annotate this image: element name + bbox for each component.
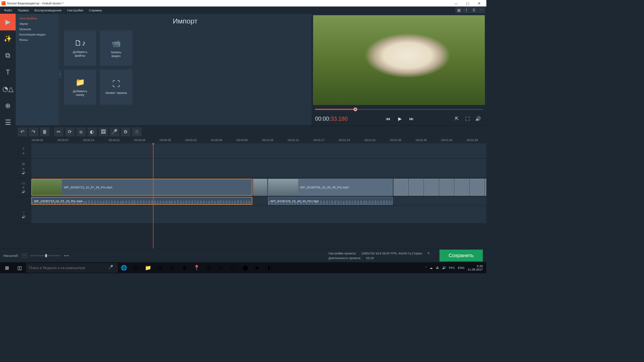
- taskbar-app-steam[interactable]: ◉: [179, 263, 191, 273]
- audio-clip-1[interactable]: WP_20150713_10_57_29_Pro.mp4: [32, 197, 253, 205]
- taskbar-app-chrome[interactable]: 🌐: [118, 263, 130, 273]
- snapshot-button[interactable]: 🖼: [99, 127, 108, 136]
- taskbar-app-snip[interactable]: ✂: [215, 263, 227, 273]
- taskbar-app-movavi[interactable]: ▶: [252, 263, 264, 273]
- cut-button[interactable]: ✂: [54, 127, 64, 136]
- share-vk-icon[interactable]: B: [471, 7, 477, 13]
- clip-thumbnail-small[interactable]: [409, 179, 424, 196]
- maximize-button[interactable]: ▢: [462, 1, 473, 6]
- play-button[interactable]: ▶: [395, 115, 405, 123]
- tool-import[interactable]: ▶: [0, 14, 16, 31]
- taskbar-app-maps[interactable]: 📍: [191, 263, 203, 273]
- menu-file[interactable]: Файл: [2, 7, 15, 13]
- clip-thumbnail-small[interactable]: [454, 179, 469, 196]
- zoom-out-button[interactable]: −: [22, 253, 26, 258]
- taskbar-app-utorrent[interactable]: ◯: [227, 263, 239, 273]
- timeline-ruler[interactable]: 00:00:0000:00:0700:00:1400:00:2100:00:28…: [16, 138, 486, 143]
- video-clip-1[interactable]: WP_20150713_10_57_29_Pro.mp4: [32, 179, 253, 196]
- tray-lang1[interactable]: РУС: [449, 266, 455, 270]
- track-body[interactable]: WP_20150713_10_57_29_Pro.mp4 WP_20160725…: [32, 196, 486, 205]
- minimize-button[interactable]: —: [450, 1, 462, 6]
- seek-bar[interactable]: [315, 106, 483, 112]
- tray-network-icon[interactable]: 🖧: [436, 266, 439, 270]
- menu-playback[interactable]: Воспроизведение: [32, 7, 64, 13]
- eye-icon[interactable]: 👁: [22, 186, 25, 189]
- mic-icon[interactable]: 🎤: [109, 265, 115, 271]
- video-clip-gap[interactable]: [253, 179, 268, 196]
- speaker-icon[interactable]: 🔊: [22, 171, 25, 175]
- track-body[interactable]: WP_20150713_10_57_29_Pro.mp4 WP_20160725…: [32, 178, 486, 196]
- menu-settings[interactable]: Настройки: [65, 7, 86, 13]
- tray-lang2[interactable]: ENG: [458, 266, 465, 270]
- clip-thumbnail-small[interactable]: [485, 179, 486, 196]
- tile-add-files[interactable]: 🗋♪ Добавить файлы: [64, 31, 96, 66]
- track-body[interactable]: [32, 143, 486, 158]
- search-input[interactable]: [29, 266, 107, 270]
- save-button[interactable]: Сохранить: [439, 250, 483, 261]
- tile-screen-capture[interactable]: ⛶ Захват экрана: [100, 69, 132, 105]
- delete-button[interactable]: 🗑: [40, 127, 50, 136]
- sidebar-item-myfiles[interactable]: Мои файлы: [16, 16, 59, 21]
- undo-button[interactable]: ↶: [18, 127, 28, 136]
- share-youtube-icon[interactable]: ▦: [455, 7, 462, 13]
- taskbar-app-record[interactable]: ⬤: [239, 263, 251, 273]
- taskbar-app-explorer[interactable]: 📁: [142, 263, 154, 273]
- taskbar-app-other[interactable]: ◧: [264, 263, 276, 273]
- edit-settings-icon[interactable]: ✎: [427, 251, 430, 255]
- sidebar-item-music[interactable]: Музыка: [16, 26, 59, 32]
- clip-thumbnail-small[interactable]: [439, 179, 454, 196]
- menu-edit[interactable]: Правка: [15, 7, 31, 13]
- preview-video[interactable]: [313, 15, 485, 105]
- tray-chevron-icon[interactable]: ˄: [425, 266, 427, 270]
- start-button[interactable]: ⊞: [1, 263, 13, 273]
- clip-thumbnail-small[interactable]: [394, 179, 409, 196]
- eye-icon[interactable]: 👁: [22, 167, 25, 170]
- zoom-slider[interactable]: [30, 255, 61, 256]
- sidebar-item-backgrounds[interactable]: Фоны: [16, 37, 59, 42]
- sidebar-item-sounds[interactable]: Звуки: [16, 21, 59, 26]
- share-fb-icon[interactable]: f: [463, 7, 470, 13]
- track-body[interactable]: [32, 159, 486, 178]
- tray-volume-icon[interactable]: 🔊: [442, 266, 446, 270]
- taskview-button[interactable]: ◫: [14, 263, 26, 273]
- taskbar-app-edge[interactable]: ⓔ: [130, 263, 142, 273]
- tool-filters[interactable]: ✨: [0, 31, 16, 47]
- clip-props-button[interactable]: ⚙: [121, 127, 130, 136]
- next-frame-button[interactable]: ⏭: [407, 115, 416, 123]
- seek-thumb[interactable]: [354, 108, 357, 111]
- close-button[interactable]: ✕: [474, 1, 485, 6]
- audio-clip-2[interactable]: WP_20160725_15_48_49_Pro.mp4: [268, 197, 393, 205]
- color-button[interactable]: ◐: [88, 127, 97, 136]
- fit-timeline-button[interactable]: ⟺: [64, 254, 69, 257]
- taskbar-app-store[interactable]: 🛍: [155, 263, 166, 273]
- tool-transitions[interactable]: ⧉: [0, 47, 16, 64]
- tray-clock[interactable]: 5:45 11.08.2017: [468, 264, 483, 272]
- tool-more[interactable]: ☰: [0, 114, 16, 131]
- track-body[interactable]: [32, 205, 486, 224]
- taskbar-app-mail[interactable]: ✉: [167, 263, 178, 273]
- sidebar-item-videos[interactable]: Коллекция видео: [16, 32, 59, 37]
- clip-thumbnail-small[interactable]: [424, 179, 439, 196]
- detach-preview-button[interactable]: ⇱: [452, 115, 462, 123]
- speaker-icon[interactable]: 🔊: [22, 216, 25, 219]
- menu-help[interactable]: Справка: [86, 7, 104, 13]
- sidebar-collapse-button[interactable]: ‹: [59, 70, 62, 79]
- tool-zoom[interactable]: ⊕: [0, 97, 16, 114]
- video-clip-2[interactable]: WP_20160725_15_48_49_Pro.mp4: [268, 179, 393, 196]
- equalizer-button[interactable]: ⎍: [132, 127, 142, 136]
- tile-add-folder[interactable]: 📁 Добавить папку: [64, 69, 96, 105]
- crop-button[interactable]: ⧈: [76, 127, 86, 136]
- volume-button[interactable]: 🔊: [473, 115, 483, 123]
- record-audio-button[interactable]: 🎤: [110, 127, 119, 136]
- taskbar-search[interactable]: 🎤: [26, 263, 118, 272]
- tool-stickers[interactable]: ◔△: [0, 80, 16, 97]
- tile-record-video[interactable]: 📹 Запись видео: [100, 31, 132, 66]
- prev-frame-button[interactable]: ⏮: [383, 115, 393, 123]
- fullscreen-button[interactable]: ⛶: [463, 115, 472, 123]
- rotate-button[interactable]: ⟳: [65, 127, 75, 136]
- taskbar-app-skype[interactable]: Ⓢ: [203, 263, 215, 273]
- playhead[interactable]: [153, 143, 154, 248]
- eye-icon[interactable]: 👁: [22, 152, 25, 155]
- share-more-icon[interactable]: ⋯: [478, 7, 485, 13]
- speaker-icon[interactable]: 🔊: [22, 190, 25, 193]
